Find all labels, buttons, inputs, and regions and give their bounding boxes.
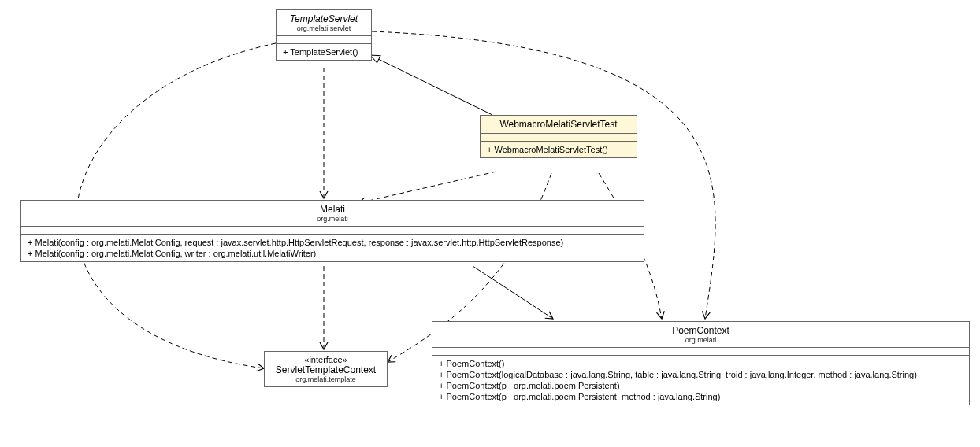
class-package: org.melati.template xyxy=(271,375,380,383)
class-name: PoemContext xyxy=(439,325,963,336)
class-name: Melati xyxy=(28,204,637,215)
class-header: Melati org.melati xyxy=(21,201,644,227)
operation: + TemplateServlet() xyxy=(283,46,365,57)
class-stereotype: «interface» xyxy=(271,355,380,364)
class-package: org.melati.servlet xyxy=(283,24,365,32)
operation: + WebmacroMelatiServletTest() xyxy=(487,144,630,155)
op-compartment: + PoemContext() + PoemContext(logicalDat… xyxy=(432,356,969,405)
class-name: WebmacroMelatiServletTest xyxy=(487,119,630,130)
class-package: org.melati xyxy=(28,215,637,223)
operation: + Melati(config : org.melati.MelatiConfi… xyxy=(28,248,637,259)
class-name: TemplateServlet xyxy=(283,13,365,24)
attr-compartment xyxy=(21,227,644,235)
operation: + PoemContext() xyxy=(439,358,963,369)
class-name: ServletTemplateContext xyxy=(271,364,380,375)
class-header: PoemContext org.melati xyxy=(432,322,969,348)
class-webmacro-servlet-test: WebmacroMelatiServletTest + WebmacroMela… xyxy=(480,115,637,158)
operation: + PoemContext(p : org.melati.poem.Persis… xyxy=(439,380,963,391)
op-compartment: + Melati(config : org.melati.MelatiConfi… xyxy=(21,235,644,261)
operation: + Melati(config : org.melati.MelatiConfi… xyxy=(28,237,637,248)
op-compartment: + TemplateServlet() xyxy=(277,44,371,60)
operation: + PoemContext(logicalDatabase : java.lan… xyxy=(439,369,963,380)
class-package: org.melati xyxy=(439,336,963,344)
op-compartment: + WebmacroMelatiServletTest() xyxy=(481,142,637,157)
class-header: «interface» ServletTemplateContext org.m… xyxy=(265,352,387,386)
uml-class-diagram: TemplateServlet org.melati.servlet + Tem… xyxy=(0,0,980,447)
class-header: TemplateServlet org.melati.servlet xyxy=(277,10,371,36)
operation: + PoemContext(p : org.melati.poem.Persis… xyxy=(439,391,963,402)
class-templateservlet: TemplateServlet org.melati.servlet + Tem… xyxy=(276,9,372,61)
attr-compartment xyxy=(481,134,637,142)
class-poemcontext: PoemContext org.melati + PoemContext() +… xyxy=(432,321,970,405)
attr-compartment xyxy=(432,348,969,356)
class-header: WebmacroMelatiServletTest xyxy=(481,116,637,134)
class-servlet-template-context: «interface» ServletTemplateContext org.m… xyxy=(264,351,388,387)
attr-compartment xyxy=(277,36,371,44)
class-melati: Melati org.melati + Melati(config : org.… xyxy=(20,200,644,262)
